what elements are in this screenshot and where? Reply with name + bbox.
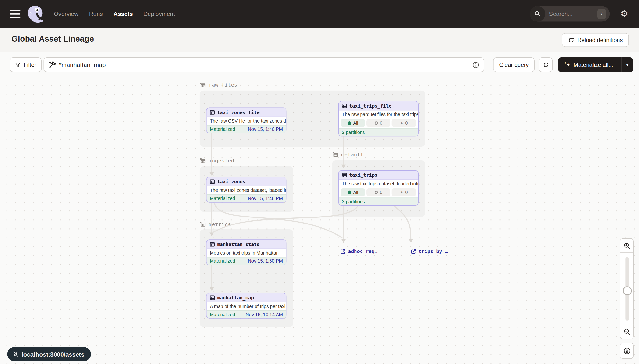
partition-health-pills: All 0 ▲0 bbox=[339, 188, 418, 198]
clear-query-label: Clear query bbox=[499, 62, 529, 68]
reload-definitions-button[interactable]: Reload definitions bbox=[562, 33, 629, 47]
asset-status-footer: Materialized Nov 15, 1:46 PM bbox=[207, 125, 286, 133]
lineage-canvas[interactable]: raw_files ingested default metrics bbox=[0, 78, 639, 364]
sparkle-icon: ✦✦ bbox=[566, 62, 571, 68]
materialize-all-button[interactable]: ✦✦ Materialize all... ▾ bbox=[558, 58, 633, 72]
page-title: Global Asset Lineage bbox=[11, 34, 94, 44]
materialized-status: Materialized bbox=[210, 312, 235, 317]
materialized-timestamp: Nov 15, 1:46 PM bbox=[248, 127, 283, 132]
reload-icon bbox=[568, 37, 574, 43]
asset-node-header: taxi_zones_file bbox=[207, 108, 286, 117]
table-icon bbox=[210, 295, 215, 300]
zoom-out-icon bbox=[623, 328, 630, 335]
external-link-icon bbox=[411, 248, 416, 254]
table-icon bbox=[210, 242, 215, 247]
asset-status-footer: 3 partitions bbox=[339, 198, 418, 205]
asset-node-taxi_trips[interactable]: taxi_trips The raw taxi trips dataset, l… bbox=[338, 170, 418, 206]
asset-selection-value: *manhattan_map bbox=[59, 61, 472, 68]
status-url-text: localhost:3000/assets bbox=[22, 351, 84, 358]
asset-node-taxi_trips_file[interactable]: taxi_trips_file The raw parquet files fo… bbox=[338, 101, 418, 136]
missing-ring-icon bbox=[375, 122, 378, 125]
zoom-out-button[interactable] bbox=[620, 325, 634, 340]
materialized-status: Materialized bbox=[210, 127, 235, 132]
partitions-failed-pill[interactable]: ▲0 bbox=[392, 119, 416, 127]
op-selector-icon bbox=[49, 61, 56, 68]
partitions-all-pill[interactable]: All bbox=[341, 188, 365, 196]
asset-name: manhattan_stats bbox=[217, 242, 259, 247]
materialized-status: Materialized bbox=[210, 259, 235, 264]
asset-node-header: manhattan_map bbox=[207, 293, 286, 302]
partitions-failed-pill[interactable]: ▲0 bbox=[392, 188, 416, 196]
asset-node-header: taxi_trips bbox=[339, 171, 418, 180]
materialized-timestamp: Nov 15, 1:46 PM bbox=[248, 196, 283, 201]
asset-description: The raw parquet files for the taxi trips… bbox=[339, 110, 418, 118]
primary-nav: Overview Runs Assets Deployment bbox=[54, 10, 175, 17]
asset-status-footer: 3 partitions bbox=[339, 128, 418, 136]
dagster-app: Overview Runs Assets Deployment Search..… bbox=[0, 0, 639, 364]
asset-name: taxi_trips_file bbox=[349, 103, 391, 108]
top-nav-bar: Overview Runs Assets Deployment Search..… bbox=[0, 0, 639, 28]
clear-query-button[interactable]: Clear query bbox=[493, 58, 535, 72]
missing-ring-icon bbox=[375, 191, 378, 194]
materialize-dropdown-caret[interactable]: ▾ bbox=[621, 62, 633, 67]
zoom-in-button[interactable] bbox=[620, 238, 634, 253]
asset-selection-input[interactable]: *manhattan_map bbox=[44, 58, 484, 72]
asset-status-footer: Materialized Nov 15, 1:46 PM bbox=[207, 194, 286, 202]
asset-status-footer: Materialized Nov 16, 10:14 AM bbox=[207, 310, 286, 318]
nav-item-assets[interactable]: Assets bbox=[114, 10, 133, 17]
materialized-timestamp: Nov 15, 1:50 PM bbox=[248, 259, 283, 264]
downstream-asset-link-adhoc_request[interactable]: adhoc_req… bbox=[340, 248, 377, 254]
funnel-icon bbox=[15, 62, 20, 67]
dagster-logo[interactable] bbox=[26, 4, 45, 24]
partitions-missing-pill[interactable]: 0 bbox=[366, 188, 391, 196]
settings-gear-icon[interactable]: ⚙ bbox=[620, 8, 628, 19]
asset-node-taxi_zones_file[interactable]: taxi_zones_file The raw CSV file for the… bbox=[206, 108, 286, 133]
asset-node-taxi_zones[interactable]: taxi_zones The raw taxi zones dataset, l… bbox=[206, 177, 286, 202]
downstream-asset-link-trips_by[interactable]: trips_by_… bbox=[411, 248, 448, 254]
downstream-asset-label: adhoc_req… bbox=[348, 248, 377, 254]
menu-hamburger-icon[interactable] bbox=[10, 10, 21, 18]
reload-definitions-label: Reload definitions bbox=[577, 37, 623, 43]
asset-name: taxi_zones_file bbox=[217, 109, 259, 115]
asset-node-header: manhattan_stats bbox=[207, 240, 286, 249]
zoom-slider[interactable] bbox=[620, 253, 634, 325]
lineage-edges bbox=[0, 78, 639, 364]
table-icon bbox=[210, 179, 215, 184]
filter-button[interactable]: Filter bbox=[10, 58, 42, 72]
search-icon bbox=[530, 6, 545, 22]
zoom-slider-handle[interactable] bbox=[623, 286, 632, 295]
filter-label: Filter bbox=[24, 62, 37, 68]
nav-item-overview[interactable]: Overview bbox=[54, 10, 79, 17]
asset-node-manhattan_map[interactable]: manhattan_map A map of the number of tri… bbox=[206, 293, 286, 318]
asset-node-manhattan_stats[interactable]: manhattan_stats Metrics on taxi trips in… bbox=[206, 240, 286, 265]
success-dot-icon bbox=[348, 121, 351, 125]
asset-name: taxi_trips bbox=[349, 172, 377, 178]
asset-name: taxi_zones bbox=[217, 178, 245, 184]
partitions-missing-pill[interactable]: 0 bbox=[366, 119, 391, 127]
asset-node-header: taxi_zones bbox=[207, 177, 286, 186]
partition-count: 3 partitions bbox=[342, 199, 365, 204]
insecure-lock-icon bbox=[12, 351, 18, 357]
materialized-status: Materialized bbox=[210, 196, 235, 201]
partitions-all-pill[interactable]: All bbox=[341, 119, 365, 127]
success-dot-icon bbox=[348, 190, 351, 194]
materialize-all-label: Materialize all... bbox=[573, 62, 613, 68]
nav-item-deployment[interactable]: Deployment bbox=[144, 10, 175, 17]
browser-status-url: localhost:3000/assets bbox=[7, 347, 91, 361]
failed-triangle-icon: ▲ bbox=[400, 122, 403, 125]
asset-description: The raw taxi trips dataset, loaded into … bbox=[339, 180, 418, 188]
page-header: Global Asset Lineage Reload definitions bbox=[0, 28, 639, 52]
info-icon[interactable] bbox=[472, 61, 479, 68]
download-icon bbox=[623, 347, 630, 354]
downstream-asset-label: trips_by_… bbox=[418, 248, 448, 254]
search-placeholder: Search... bbox=[549, 10, 597, 17]
partition-count: 3 partitions bbox=[342, 130, 365, 135]
nav-item-runs[interactable]: Runs bbox=[89, 10, 103, 17]
zoom-in-icon bbox=[623, 242, 630, 249]
zoom-controls bbox=[620, 238, 634, 340]
table-icon bbox=[342, 172, 347, 178]
download-image-button[interactable] bbox=[620, 342, 634, 359]
global-search-input[interactable]: Search... / bbox=[530, 6, 610, 22]
materialized-timestamp: Nov 16, 10:14 AM bbox=[246, 312, 283, 317]
refresh-graph-button[interactable] bbox=[539, 58, 552, 72]
